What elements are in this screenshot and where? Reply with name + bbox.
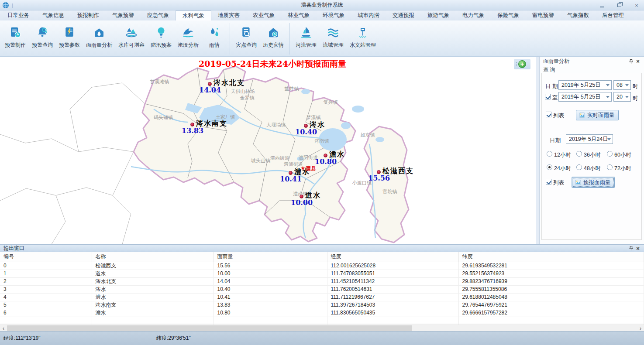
station-marker-道水[interactable]: [300, 195, 303, 198]
end-date-value: 2019年 5月25日: [561, 93, 601, 101]
town-label-复兴镇: 复兴镇: [324, 99, 338, 106]
pin-icon[interactable]: [627, 58, 634, 65]
restore-button[interactable]: [614, 2, 624, 9]
menu-tab-日常业务[interactable]: 日常业务: [1, 10, 36, 20]
forecast-date-select[interactable]: 2019年 5月24日: [566, 134, 613, 144]
town-label-澧西街道: 澧西街道: [270, 155, 289, 161]
town-label-城头山镇: 城头山镇: [251, 157, 270, 164]
menu-tab-城市内涝[interactable]: 城市内涝: [351, 10, 386, 20]
station-marker-澹水[interactable]: [324, 154, 327, 157]
scroll-right-icon[interactable]: ›: [637, 325, 644, 331]
menu-tab-电力气象[interactable]: 电力气象: [456, 10, 491, 20]
toolbar-button-灾点查询[interactable]: 灾点查询: [233, 22, 260, 55]
menu-tab-水利气象[interactable]: 水利气象: [176, 10, 211, 20]
toolbar-button-预警参数[interactable]: 预警参数: [56, 22, 83, 55]
pin-icon[interactable]: [627, 245, 634, 252]
zoom-in-plus-button[interactable]: +: [518, 60, 526, 68]
table-cell: 10.40: [214, 285, 327, 293]
toolbar-button-面雨量分析[interactable]: 面雨量分析: [83, 22, 115, 55]
map-mini-toolbar: +: [514, 59, 530, 69]
menu-tab-气象信息[interactable]: 气象信息: [36, 10, 71, 20]
table-row[interactable]: 5涔水南支13.83111.39726718450329.76544769759…: [0, 301, 644, 309]
horizontal-scrollbar[interactable]: ‹ ›: [0, 325, 644, 331]
menu-tab-交通预报[interactable]: 交通预报: [386, 10, 421, 20]
menu-tab-环境气象[interactable]: 环境气象: [316, 10, 351, 20]
radio-48小时[interactable]: [576, 164, 582, 170]
output-window: 输出窗口 × 编号名称面雨量经度纬度 0松滋西支15.56112.0016256…: [0, 244, 644, 331]
menu-tab-应急气象[interactable]: 应急气象: [141, 10, 176, 20]
radio-12小时[interactable]: [547, 151, 552, 157]
toolbar-button-预警制作[interactable]: 预警制作: [2, 22, 29, 55]
toolbar-button-预警查询[interactable]: 预警查询: [29, 22, 56, 55]
start-hour-select[interactable]: 08: [613, 80, 631, 90]
hour-suffix: 时: [633, 95, 638, 102]
end-hour-select[interactable]: 20: [613, 92, 631, 102]
doc-lightning-icon: [63, 26, 76, 39]
station-marker-涔水北支[interactable]: [208, 82, 212, 86]
station-marker-澧水[interactable]: [289, 171, 293, 175]
station-marker-松滋西支[interactable]: [377, 170, 381, 174]
toolbar-button-淹没分析[interactable]: 淹没分析: [175, 22, 202, 55]
realtime-rain-button[interactable]: 实时面雨量: [576, 110, 619, 120]
table-row[interactable]: 2涔水北支14.04111.45210541134229.88234767169…: [0, 277, 644, 285]
toolbar-button-label: 面雨量分析: [86, 41, 112, 49]
table-row[interactable]: 3涔水10.40111.7620051463129.7555811355086: [0, 285, 644, 293]
toolbar-button-历史灾情[interactable]: 历史灾情: [260, 22, 287, 55]
menu-tab-旅游气象[interactable]: 旅游气象: [421, 10, 456, 20]
table-row[interactable]: 6澹水10.80111.83056505043529.6666157957282: [0, 309, 644, 317]
table-cell: 111.830565050435: [327, 309, 458, 317]
toolbar-button-水库可增容[interactable]: 水库可增容: [115, 22, 148, 55]
radio-60小时[interactable]: [607, 151, 613, 157]
chart-image-icon: [579, 112, 585, 119]
menu-tab-林业气象[interactable]: 林业气象: [281, 10, 316, 20]
map-canvas[interactable]: 甘溪滩镇盐井镇天供山林场金罗镇复兴镇码头铺镇王家厂镇梦溪镇大堰垱镇涔南镇如东镇城…: [0, 57, 536, 244]
table-row[interactable]: 0松滋西支15.56112.00162562502829.61935495322…: [0, 262, 644, 270]
town-label-天供山林场: 天供山林场: [231, 88, 255, 95]
start-date-label: 日 期: [545, 83, 558, 90]
table-cell: [458, 317, 644, 324]
table-cell: 6: [0, 309, 92, 317]
vertical-splitter[interactable]: [536, 57, 539, 244]
toolbar-button-流域管理[interactable]: 流域管理: [320, 22, 347, 55]
chevron-down-icon: [606, 96, 610, 98]
table-cell: 5: [0, 301, 92, 309]
to-date-checkbox[interactable]: [545, 94, 551, 99]
scroll-left-icon[interactable]: ‹: [0, 325, 7, 331]
panel-close-icon[interactable]: ×: [634, 58, 641, 65]
menu-tab-后台管理[interactable]: 后台管理: [596, 10, 630, 20]
town-label-金罗镇: 金罗镇: [240, 95, 255, 101]
menu-tab-保险气象[interactable]: 保险气象: [491, 10, 526, 20]
column-header-面雨量: 面雨量: [214, 252, 327, 262]
menu-tab-农业气象[interactable]: 农业气象: [246, 10, 281, 20]
start-date-select[interactable]: 2019年 5月25日: [558, 80, 612, 90]
station-marker-涔水[interactable]: [304, 124, 308, 128]
menu-tab-气象预警[interactable]: 气象预警: [106, 10, 141, 20]
table-row[interactable]: 4澧水10.41111.71121966762729.6188012485048: [0, 293, 644, 301]
toolbar-button-防汛预案[interactable]: 防汛预案: [148, 22, 175, 55]
scrollbar-thumb[interactable]: [7, 325, 412, 331]
radio-24小时[interactable]: [547, 164, 552, 170]
minimize-button[interactable]: [597, 2, 606, 9]
toolbar-button-水文站管理[interactable]: 水文站管理: [347, 22, 379, 55]
table-row[interactable]: 1道水10.00111.74708305505129.552156374923: [0, 270, 644, 277]
menu-tab-气象指数[interactable]: 气象指数: [561, 10, 596, 20]
toolbar-button-label: 水库可增容: [118, 41, 145, 49]
toolbar-button-雨情[interactable]: 雨情: [202, 22, 227, 55]
realtime-list-checkbox[interactable]: [546, 112, 551, 117]
table-cell: 111.747083055051: [327, 270, 458, 277]
menu-tab-雷电预警[interactable]: 雷电预警: [526, 10, 561, 20]
menu-tab-预报制作[interactable]: 预报制作: [71, 10, 106, 20]
town-label-码头铺镇: 码头铺镇: [154, 114, 173, 121]
radio-36小时[interactable]: [576, 151, 582, 157]
output-close-icon[interactable]: ×: [634, 245, 641, 252]
station-marker-涔水南支[interactable]: [190, 123, 194, 126]
star-icon: ★: [300, 165, 306, 171]
menu-tab-地质灾害[interactable]: 地质灾害: [211, 10, 246, 20]
toolbar-button-河流管理[interactable]: 河流管理: [293, 22, 320, 55]
town-label-大堰垱镇: 大堰垱镇: [266, 122, 286, 128]
forecast-rain-button[interactable]: 预报面雨量: [572, 177, 615, 188]
end-date-select[interactable]: 2019年 5月25日: [558, 92, 612, 102]
close-button[interactable]: ×: [632, 2, 641, 9]
forecast-list-checkbox[interactable]: [546, 179, 551, 184]
radio-72小时[interactable]: [607, 164, 613, 170]
